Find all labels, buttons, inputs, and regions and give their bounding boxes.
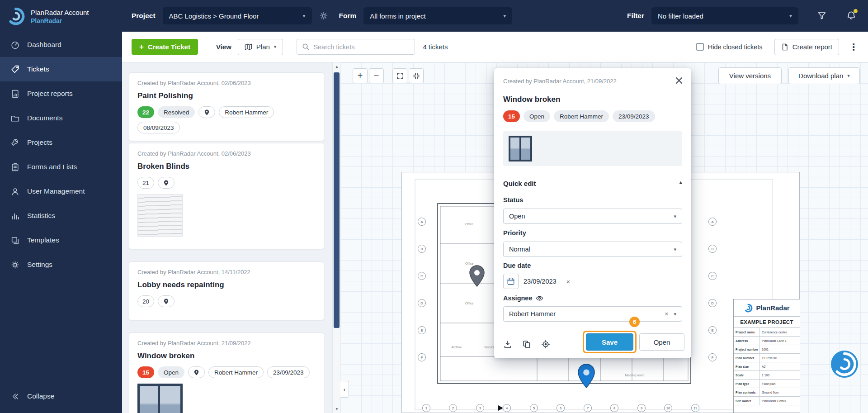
create-report-button[interactable]: Create report bbox=[774, 39, 839, 55]
filter-select[interactable]: No filter loaded ▾ bbox=[651, 7, 798, 24]
search-icon bbox=[302, 43, 310, 51]
ticket-photo-blinds[interactable] bbox=[137, 194, 183, 237]
planradar-watermark-icon bbox=[830, 350, 859, 378]
popup-action-icons bbox=[503, 336, 550, 352]
zoom-out-button[interactable]: − bbox=[369, 68, 384, 83]
view-mode-select[interactable]: Plan ▾ bbox=[238, 39, 283, 55]
project-settings-gear-icon[interactable] bbox=[319, 11, 328, 20]
close-icon[interactable] bbox=[674, 76, 684, 85]
notification-dot bbox=[854, 9, 858, 13]
collapse-label: Collapse bbox=[27, 392, 54, 400]
ticket-list-panel: Created by PlanRadar Account, 02/06/2023… bbox=[122, 62, 340, 413]
quick-edit-header[interactable]: Quick edit bbox=[503, 180, 536, 187]
create-ticket-button[interactable]: + Create Ticket bbox=[132, 39, 198, 55]
ticket-card[interactable]: Created by PlanRadar Account, 14/11/2022… bbox=[129, 261, 324, 320]
location-pin-chip bbox=[158, 295, 175, 307]
priority-select[interactable]: Normal × ▾ bbox=[503, 242, 682, 257]
clear-date-icon[interactable]: × bbox=[566, 278, 571, 285]
form-select[interactable]: All forms in project ▾ bbox=[363, 7, 512, 24]
sidebar-item-projects[interactable]: Projects bbox=[0, 130, 122, 155]
sidebar-item-statistics[interactable]: Statistics bbox=[0, 204, 122, 228]
sidebar-item-settings[interactable]: Settings bbox=[0, 252, 122, 277]
ticket-photo-thumbnail[interactable] bbox=[509, 136, 532, 161]
room-label: Archive bbox=[451, 346, 462, 349]
clipboard-icon bbox=[10, 162, 20, 172]
project-select[interactable]: ABC Logistics > Ground Floor ▾ bbox=[163, 7, 312, 24]
folder-icon bbox=[10, 114, 20, 123]
account-header[interactable]: PlanRadar Account PlanRadar bbox=[0, 0, 122, 33]
planradar-logo-icon bbox=[6, 7, 25, 26]
sidebar-item-dashboard[interactable]: Dashboard bbox=[0, 33, 122, 57]
due-date-value[interactable]: 23/09/2023 bbox=[524, 278, 557, 285]
download-plan-label: Download plan bbox=[798, 72, 843, 80]
plus-icon: + bbox=[139, 43, 144, 52]
view-versions-button[interactable]: View versions bbox=[718, 67, 782, 84]
scroll-down-button[interactable]: ▼ bbox=[333, 405, 340, 413]
collapse-ticket-list-tab[interactable]: ‹ bbox=[340, 381, 349, 398]
map-pin-gray[interactable] bbox=[469, 265, 485, 287]
grid-letter: C bbox=[711, 274, 714, 278]
clear-assignee-icon[interactable]: × bbox=[665, 310, 668, 318]
fullscreen-button[interactable] bbox=[392, 68, 407, 83]
map-pin-blue-selected[interactable] bbox=[577, 364, 596, 388]
bar-chart-icon bbox=[10, 211, 20, 221]
assignee-select[interactable]: Robert Hammer × ▾ bbox=[503, 306, 682, 322]
open-ticket-button[interactable]: Open bbox=[639, 333, 684, 351]
zoom-in-button[interactable]: + bbox=[353, 68, 368, 83]
calendar-icon[interactable] bbox=[503, 274, 519, 289]
title-block-project-title: EXAMPLE PROJECT bbox=[734, 317, 800, 328]
sidebar-item-tickets[interactable]: Tickets bbox=[0, 57, 122, 81]
gear-icon bbox=[10, 260, 20, 270]
filter-select-value: No filter loaded bbox=[658, 12, 703, 20]
hide-closed-tickets-toggle[interactable]: Hide closed tickets bbox=[696, 43, 763, 51]
ticket-detail-popup: Created by PlanRadar Account, 21/09/2022… bbox=[494, 68, 691, 358]
ticket-created: Created by PlanRadar Account, 14/11/2022 bbox=[137, 269, 316, 275]
form-label: Form bbox=[339, 12, 357, 20]
scrollbar-thumb[interactable] bbox=[334, 72, 340, 328]
filter-funnel-icon[interactable] bbox=[817, 11, 826, 20]
fit-to-screen-button[interactable] bbox=[409, 68, 424, 83]
brand-name: PlanRadar bbox=[31, 17, 89, 24]
grid-letter: B bbox=[711, 247, 713, 251]
sidebar-item-user-management[interactable]: User Management bbox=[0, 179, 122, 204]
sidebar-item-label: Projects bbox=[27, 138, 52, 147]
grid-letter: F bbox=[421, 356, 423, 360]
sidebar-item-project-reports[interactable]: Project reports bbox=[0, 81, 122, 106]
watcher-eye-icon[interactable] bbox=[536, 294, 543, 302]
sidebar-item-label: Settings bbox=[27, 261, 52, 269]
scroll-up-button[interactable]: ▲ bbox=[333, 62, 340, 71]
sidebar-item-documents[interactable]: Documents bbox=[0, 106, 122, 130]
save-button[interactable]: Save bbox=[586, 333, 633, 351]
notifications-bell-icon[interactable] bbox=[846, 11, 856, 21]
ticket-photo-window[interactable] bbox=[137, 384, 183, 413]
sidebar-item-forms-and-lists[interactable]: Forms and Lists bbox=[0, 155, 122, 179]
copy-icon[interactable] bbox=[522, 340, 531, 349]
ticket-card[interactable]: Created by PlanRadar Account, 02/06/2023… bbox=[129, 72, 324, 141]
ticket-card-selected[interactable]: Created by PlanRadar Account, 21/09/2022… bbox=[129, 332, 324, 413]
sidebar-item-templates[interactable]: Templates bbox=[0, 228, 122, 252]
download-icon[interactable] bbox=[503, 340, 512, 349]
view-versions-label: View versions bbox=[729, 72, 771, 80]
status-select[interactable]: Open × ▾ bbox=[503, 209, 682, 224]
locate-on-plan-icon[interactable] bbox=[541, 340, 550, 349]
ticket-card[interactable]: Created by PlanRadar Account, 02/06/2023… bbox=[129, 143, 324, 249]
chevron-down-icon: ▾ bbox=[674, 214, 676, 219]
grid-number: 7 bbox=[587, 406, 589, 410]
download-plan-button[interactable]: Download plan ▾ bbox=[788, 67, 860, 84]
search-tickets-input[interactable] bbox=[313, 43, 410, 51]
grid-number: 8 bbox=[613, 406, 615, 410]
grid-letter: A bbox=[420, 220, 423, 224]
hide-closed-checkbox[interactable] bbox=[696, 43, 704, 51]
project-label: Project bbox=[132, 12, 156, 20]
chevron-down-icon: ▾ bbox=[274, 44, 277, 50]
grid-number: 1 bbox=[425, 406, 427, 410]
collapse-sidebar[interactable]: Collapse bbox=[0, 384, 122, 408]
tutorial-highlight-ring: Save bbox=[583, 331, 637, 353]
more-options-button[interactable]: ⋮ bbox=[845, 40, 862, 54]
ticket-created: Created by PlanRadar Account, 02/06/2023 bbox=[137, 80, 316, 86]
ticket-list-scrollbar: ▲ ▼ bbox=[332, 62, 340, 413]
ticket-due-chip: 08/09/2023 bbox=[137, 122, 180, 133]
zoom-controls: + − bbox=[353, 68, 424, 83]
grid-number: 3 bbox=[479, 406, 481, 410]
chevron-up-icon[interactable]: ▴ bbox=[679, 179, 682, 185]
